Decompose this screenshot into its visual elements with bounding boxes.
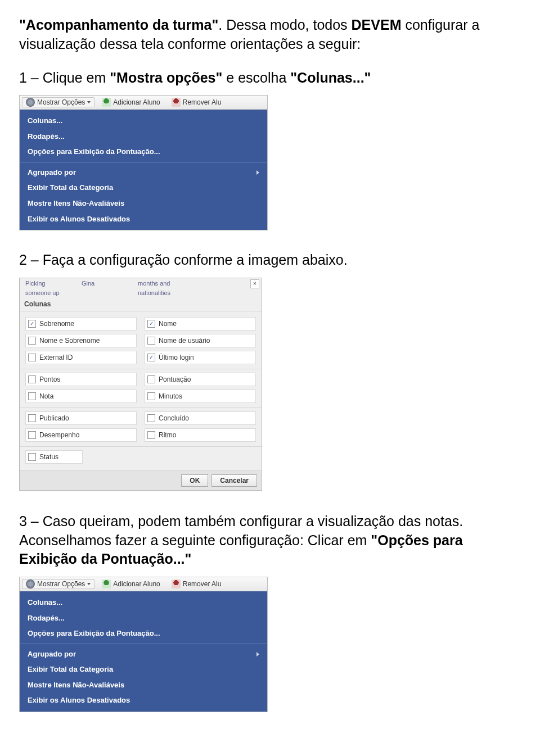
checkbox-label: Nome	[159, 319, 177, 328]
step1-lead: 1 – Clique em	[19, 70, 110, 85]
add-user-icon	[102, 580, 111, 588]
menu-opcoes-pontuacao[interactable]: Opções para Exibição da Pontuação...	[20, 144, 267, 160]
checkbox-nome[interactable]: ✓Nome	[145, 317, 256, 331]
colunas-body: ✓Sobrenome ✓Nome Nome e Sobrenome Nome d…	[20, 311, 262, 470]
remover-aluno-button[interactable]: Remover Alu	[168, 97, 226, 107]
colunas-top-row: Picking Gina months and someone up natio…	[20, 278, 262, 297]
menu-rodapes[interactable]: Rodapés...	[20, 610, 267, 626]
bg-months: months and	[138, 279, 200, 288]
intro-tail1: . Dessa modo, todos	[218, 17, 351, 33]
options-dropdown: Colunas... Rodapés... Opções para Exibiç…	[20, 110, 267, 230]
menu-opcoes-pontuacao-label: Opções para Exibição da Pontuação...	[28, 147, 160, 157]
checkbox-label: Minutos	[159, 392, 182, 401]
checkbox-pontuacao[interactable]: Pontuação	[145, 373, 256, 386]
dialog-button-bar: OK Cancelar	[20, 470, 262, 490]
menu-agrupado-por-label: Agrupado por	[28, 168, 76, 178]
remover-aluno-label: Remover Alu	[183, 98, 222, 107]
menu-separator	[20, 162, 267, 162]
menu-exibir-alunos-desativados-label: Exibir os Alunos Desativados	[28, 214, 130, 224]
caret-down-icon	[87, 101, 91, 103]
checkbox-icon	[28, 392, 36, 400]
add-user-icon	[102, 98, 111, 107]
checkbox-sobrenome[interactable]: ✓Sobrenome	[25, 317, 137, 331]
options-toolbar: Mostrar Opções Adicionar Aluno Remover A…	[20, 577, 267, 591]
close-dialog-button[interactable]: ×	[250, 279, 259, 288]
adicionar-aluno-label: Adicionar Aluno	[113, 98, 160, 107]
menu-exibir-total-categoria-label: Exibir Total da Categoria	[28, 664, 113, 674]
step1: 1 – Clique em "Mostra opções" e escolha …	[19, 69, 521, 88]
gear-icon	[26, 580, 35, 588]
checkbox-desempenho[interactable]: Desempenho	[25, 428, 137, 442]
menu-colunas[interactable]: Colunas...	[20, 595, 267, 610]
intro-quoted: "Acompanhamento da turma"	[19, 17, 218, 33]
checkbox-icon	[147, 431, 155, 439]
menu-exibir-total-categoria-label: Exibir Total da Categoria	[28, 183, 113, 193]
mostrar-opcoes-button[interactable]: Mostrar Opções	[22, 97, 94, 107]
checkbox-icon: ✓	[147, 354, 155, 361]
step2: 2 – Faça a configuração conforme a image…	[19, 251, 521, 270]
menu-rodapes[interactable]: Rodapés...	[20, 129, 267, 144]
checkbox-label: Nome de usuário	[159, 336, 210, 345]
checkbox-publicado[interactable]: Publicado	[25, 411, 137, 425]
checkbox-ultimo-login[interactable]: ✓Último login	[145, 351, 256, 364]
menu-mostre-itens-nao-avaliaveis[interactable]: Mostre Itens Não-Avaliáveis	[20, 677, 267, 693]
menu-colunas-label: Colunas...	[28, 597, 62, 608]
menu-separator	[20, 644, 267, 644]
menu-exibir-alunos-desativados[interactable]: Exibir os Alunos Desativados	[20, 211, 267, 227]
checkbox-label: Pontos	[39, 375, 60, 384]
intro-devem: DEVEM	[352, 17, 402, 33]
group-separator	[20, 369, 262, 369]
menu-exibir-alunos-desativados[interactable]: Exibir os Alunos Desativados	[20, 692, 267, 708]
adicionar-aluno-button[interactable]: Adicionar Aluno	[98, 97, 164, 107]
options-dropdown: Colunas... Rodapés... Opções para Exibiç…	[20, 591, 267, 712]
checkbox-pontos[interactable]: Pontos	[25, 373, 137, 386]
checkbox-label: Nome e Sobrenome	[39, 336, 100, 345]
menu-colunas[interactable]: Colunas...	[20, 113, 267, 129]
checkbox-label: Ritmo	[159, 431, 176, 440]
menu-exibir-total-categoria[interactable]: Exibir Total da Categoria	[20, 180, 267, 196]
checkbox-nota[interactable]: Nota	[25, 390, 137, 403]
group-separator	[20, 446, 262, 447]
checkbox-label: External ID	[39, 353, 73, 362]
menu-agrupado-por[interactable]: Agrupado por	[20, 165, 267, 180]
checkbox-icon	[28, 453, 36, 461]
mostrar-opcoes-label: Mostrar Opções	[37, 580, 85, 588]
menu-mostre-itens-nao-avaliaveis[interactable]: Mostre Itens Não-Avaliáveis	[20, 196, 267, 211]
menu-opcoes-pontuacao[interactable]: Opções para Exibição da Pontuação...	[20, 626, 267, 641]
remover-aluno-button[interactable]: Remover Alu	[168, 579, 226, 589]
menu-agrupado-por-label: Agrupado por	[28, 649, 76, 659]
remover-aluno-label: Remover Alu	[183, 580, 222, 588]
remove-user-icon	[172, 98, 181, 107]
cancel-button[interactable]: Cancelar	[212, 474, 257, 487]
ok-button[interactable]: OK	[181, 474, 208, 487]
adicionar-aluno-label: Adicionar Aluno	[113, 580, 160, 588]
menu-opcoes-pontuacao-label: Opções para Exibição da Pontuação...	[28, 628, 160, 639]
checkbox-status[interactable]: Status	[25, 450, 83, 464]
menu-agrupado-por[interactable]: Agrupado por	[20, 646, 267, 662]
checkbox-label: Último login	[159, 353, 194, 362]
checkbox-concluido[interactable]: Concluído	[145, 411, 256, 425]
checkbox-label: Publicado	[39, 414, 69, 423]
checkbox-label: Desempenho	[39, 431, 79, 440]
check-group-3: Status	[25, 450, 256, 464]
colunas-dialog: Picking Gina months and someone up natio…	[19, 278, 262, 491]
menu-exibir-total-categoria[interactable]: Exibir Total da Categoria	[20, 662, 267, 677]
checkbox-ritmo[interactable]: Ritmo	[145, 428, 256, 442]
checkbox-icon	[28, 414, 36, 422]
checkbox-nome-sobrenome[interactable]: Nome e Sobrenome	[25, 334, 137, 347]
checkbox-icon: ✓	[147, 320, 155, 328]
check-group-0: ✓Sobrenome ✓Nome Nome e Sobrenome Nome d…	[25, 317, 256, 364]
menu-rodapes-label: Rodapés...	[28, 613, 65, 623]
checkbox-icon	[28, 431, 36, 439]
checkbox-icon	[28, 354, 36, 361]
mostrar-opcoes-button[interactable]: Mostrar Opções	[22, 579, 94, 589]
checkbox-nome-usuario[interactable]: Nome de usuário	[145, 334, 256, 347]
checkbox-icon	[147, 375, 155, 383]
checkbox-minutos[interactable]: Minutos	[145, 390, 256, 403]
checkbox-icon	[147, 414, 155, 422]
bg-picking: Picking	[25, 279, 76, 288]
mostrar-opcoes-label: Mostrar Opções	[37, 98, 85, 107]
checkbox-external-id[interactable]: External ID	[25, 351, 137, 364]
menu-exibir-alunos-desativados-label: Exibir os Alunos Desativados	[28, 695, 130, 705]
adicionar-aluno-button[interactable]: Adicionar Aluno	[98, 579, 164, 589]
